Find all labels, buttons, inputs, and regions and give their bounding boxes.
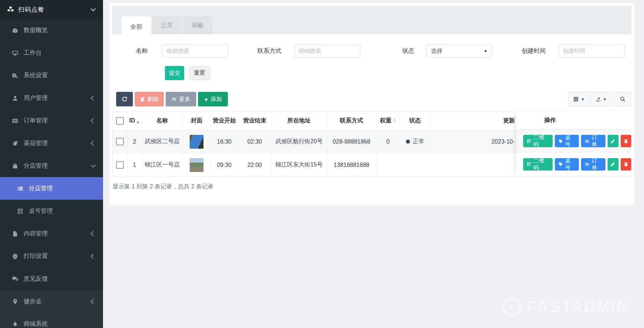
sidebar-item-print[interactable]: 打印设置 — [0, 245, 103, 268]
status-filter-select[interactable]: 选择 ▼ — [426, 44, 492, 58]
header-name: 名称 — [142, 112, 182, 130]
chevron-down-icon — [91, 163, 96, 168]
header-close: 营业结束 — [238, 112, 271, 130]
tab-normal[interactable]: 正常 — [152, 16, 182, 34]
chevron-left-icon — [91, 95, 96, 101]
gears-icon — [11, 73, 19, 79]
app-brand[interactable]: 扫码点餐 — [0, 0, 103, 19]
sidebar-item-system-settings[interactable]: 系统设置 — [0, 64, 103, 87]
newspaper-icon — [11, 118, 19, 124]
chevron-left-icon — [91, 141, 96, 146]
created-filter-input[interactable] — [559, 44, 625, 58]
qrcode-action-button[interactable]: 二维码 — [523, 158, 553, 171]
chevron-down-icon — [91, 6, 96, 11]
contact-filter-input[interactable] — [295, 44, 360, 58]
delete-action-button[interactable] — [621, 158, 631, 171]
header-status: 状态 — [400, 112, 430, 130]
header-address: 所在地址 — [271, 112, 327, 130]
row-checkbox[interactable] — [116, 161, 124, 169]
sidebar-item-mall[interactable]: 商城系统 — [0, 313, 103, 328]
chevron-left-icon — [91, 254, 96, 259]
qrcode-icon — [527, 162, 531, 167]
list-icon — [585, 139, 589, 144]
sidebar-item-branches[interactable]: 分店管理 — [0, 155, 103, 177]
refresh-icon — [122, 96, 127, 102]
pencil-icon — [611, 162, 615, 167]
chevron-left-icon — [91, 299, 96, 304]
reset-button[interactable]: 重置 — [189, 66, 210, 80]
sidebar-item-orders[interactable]: 订单管理 — [0, 109, 103, 132]
fastadmin-logo-icon — [502, 297, 521, 316]
actions-row: 二维码 桌号 订单 — [516, 153, 631, 176]
header-open: 营业开始 — [210, 112, 238, 130]
refresh-button[interactable] — [116, 92, 133, 106]
status-cell — [376, 153, 406, 176]
tab-all[interactable]: 全部 — [122, 16, 151, 38]
sort-both-icon: ▲▼ — [393, 118, 396, 123]
actions-row: 二维码 桌号 订单 — [516, 130, 631, 153]
trash-icon — [624, 162, 628, 167]
user-icon — [11, 95, 19, 101]
contact-filter-label: 联系方式 — [256, 47, 281, 55]
sidebar-item-dishes[interactable]: 菜品管理 — [0, 132, 103, 155]
edit-action-button[interactable] — [608, 135, 618, 147]
edit-action-button[interactable] — [608, 158, 618, 171]
sort-desc-icon: ▼ — [136, 120, 140, 125]
add-button[interactable]: + 添加 — [198, 92, 228, 106]
list-icon — [16, 186, 24, 192]
sidebar-subitem-branch-manage[interactable]: 分店管理 — [0, 177, 103, 200]
plus-icon: + — [204, 96, 208, 103]
brand-label: 扫码点餐 — [18, 5, 44, 14]
mall-icon — [11, 321, 19, 327]
tag-icon — [558, 162, 563, 167]
header-id[interactable]: ID▼ — [127, 112, 142, 130]
desktop-icon — [11, 50, 19, 56]
comments-icon — [11, 276, 19, 282]
tab-blocked[interactable]: 屏蔽 — [183, 16, 212, 34]
qrcode-icon — [16, 208, 24, 214]
shopping-bag-icon — [11, 163, 19, 169]
tag-icon — [558, 139, 563, 144]
table-no-action-button[interactable]: 桌号 — [555, 135, 579, 147]
list-icon — [585, 162, 589, 167]
sidebar-subitem-table-manage[interactable]: 桌号管理 — [0, 200, 103, 222]
header-weight[interactable]: 权重▲▼ — [376, 112, 400, 130]
search-toggle-button[interactable] — [615, 92, 631, 106]
toolbar-right-group: ▼ ▼ — [568, 92, 631, 106]
header-actions: 操作 — [516, 111, 631, 130]
filter-row: 名称 联系方式 状态 选择 ▼ 创建时间 — [112, 44, 631, 58]
export-dropdown-button[interactable]: ▼ — [590, 92, 612, 106]
content-card: 全部 正常 屏蔽 名称 联系方式 状态 选择 ▼ 创建时间 提交 重置 — [109, 3, 634, 205]
select-all-checkbox[interactable] — [116, 117, 124, 125]
table-no-action-button[interactable]: 桌号 — [555, 158, 579, 171]
more-button[interactable]: 更多 — [166, 92, 196, 106]
sliders-icon — [171, 97, 177, 102]
sidebar-item-walking[interactable]: 健步走 — [0, 290, 103, 313]
sidebar-item-feedback[interactable]: 意见反馈 — [0, 268, 103, 290]
main-content: 全部 正常 屏蔽 名称 联系方式 状态 选择 ▼ 创建时间 提交 重置 — [103, 0, 644, 328]
sidebar-item-content[interactable]: 内容管理 — [0, 222, 103, 245]
header-cover: 封面 — [182, 112, 210, 130]
select-caret-icon: ▼ — [484, 49, 487, 53]
order-action-button[interactable]: 订单 — [581, 158, 605, 171]
export-icon — [596, 97, 601, 102]
cover-image[interactable] — [190, 158, 204, 172]
qrcode-action-button[interactable]: 二维码 — [523, 135, 553, 147]
table-toolbar: 删除 更多 + 添加 ▼ ▼ — [112, 92, 631, 106]
sidebar-item-workbench[interactable]: 工作台 — [0, 42, 103, 64]
delete-action-button[interactable] — [621, 135, 631, 147]
row-checkbox[interactable] — [116, 138, 124, 145]
sidebar-item-users[interactable]: 用户管理 — [0, 87, 103, 109]
cover-image[interactable] — [190, 135, 204, 149]
filter-actions: 提交 重置 — [165, 66, 631, 80]
pencil-icon — [611, 139, 615, 144]
submit-button[interactable]: 提交 — [165, 66, 184, 80]
name-filter-input[interactable] — [163, 44, 228, 58]
status-cell: 正常 — [400, 130, 430, 153]
header-contact: 联系方式 — [327, 112, 376, 130]
columns-dropdown-button[interactable]: ▼ — [568, 92, 590, 106]
delete-button[interactable]: 删除 — [135, 92, 164, 106]
sidebar-item-overview[interactable]: 数据概览 — [0, 19, 103, 42]
caret-down-icon: ▼ — [581, 97, 585, 101]
order-action-button[interactable]: 订单 — [581, 135, 605, 147]
